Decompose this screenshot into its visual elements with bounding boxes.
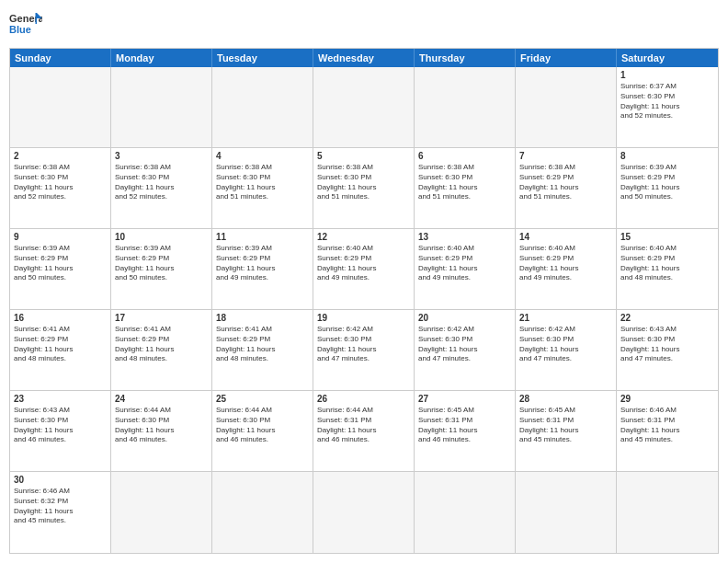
calendar-cell	[415, 472, 516, 553]
cell-info: Sunrise: 6:40 AM Sunset: 6:29 PM Dayligh…	[418, 244, 511, 283]
day-number: 21	[519, 313, 612, 323]
calendar-cell: 28Sunrise: 6:45 AM Sunset: 6:31 PM Dayli…	[516, 391, 617, 471]
calendar-cell: 29Sunrise: 6:46 AM Sunset: 6:31 PM Dayli…	[617, 391, 718, 471]
calendar-cell: 7Sunrise: 6:38 AM Sunset: 6:29 PM Daylig…	[516, 148, 617, 228]
calendar-cell: 1Sunrise: 6:37 AM Sunset: 6:30 PM Daylig…	[617, 67, 718, 147]
calendar-row: 2Sunrise: 6:38 AM Sunset: 6:30 PM Daylig…	[10, 148, 718, 229]
cell-info: Sunrise: 6:42 AM Sunset: 6:30 PM Dayligh…	[418, 325, 511, 364]
calendar-cell: 15Sunrise: 6:40 AM Sunset: 6:29 PM Dayli…	[617, 229, 718, 309]
cell-info: Sunrise: 6:46 AM Sunset: 6:32 PM Dayligh…	[14, 487, 107, 526]
calendar-cell: 23Sunrise: 6:43 AM Sunset: 6:30 PM Dayli…	[10, 391, 111, 471]
day-number: 18	[216, 313, 309, 323]
calendar-row: 30Sunrise: 6:46 AM Sunset: 6:32 PM Dayli…	[10, 472, 718, 553]
logo-svg: General Blue	[9, 9, 42, 42]
calendar-cell	[212, 67, 313, 147]
day-number: 10	[115, 232, 208, 242]
page-header: General Blue	[9, 9, 719, 42]
cell-info: Sunrise: 6:40 AM Sunset: 6:29 PM Dayligh…	[317, 244, 410, 283]
weekday-header: Monday	[111, 49, 212, 67]
day-number: 16	[14, 313, 107, 323]
calendar-cell	[111, 67, 212, 147]
calendar-cell: 8Sunrise: 6:39 AM Sunset: 6:29 PM Daylig…	[617, 148, 718, 228]
cell-info: Sunrise: 6:38 AM Sunset: 6:29 PM Dayligh…	[519, 163, 612, 202]
day-number: 20	[418, 313, 511, 323]
cell-info: Sunrise: 6:44 AM Sunset: 6:31 PM Dayligh…	[317, 406, 410, 445]
day-number: 8	[620, 151, 714, 161]
day-number: 2	[14, 151, 107, 161]
cell-info: Sunrise: 6:44 AM Sunset: 6:30 PM Dayligh…	[115, 406, 208, 445]
calendar-row: 23Sunrise: 6:43 AM Sunset: 6:30 PM Dayli…	[10, 391, 718, 472]
cell-info: Sunrise: 6:45 AM Sunset: 6:31 PM Dayligh…	[418, 406, 511, 445]
weekday-header: Sunday	[10, 49, 111, 67]
cell-info: Sunrise: 6:46 AM Sunset: 6:31 PM Dayligh…	[620, 406, 714, 445]
day-number: 17	[115, 313, 208, 323]
calendar-cell: 20Sunrise: 6:42 AM Sunset: 6:30 PM Dayli…	[415, 310, 516, 390]
cell-info: Sunrise: 6:38 AM Sunset: 6:30 PM Dayligh…	[115, 163, 208, 202]
calendar-cell: 22Sunrise: 6:43 AM Sunset: 6:30 PM Dayli…	[617, 310, 718, 390]
calendar-cell	[212, 472, 313, 553]
calendar-cell	[10, 67, 111, 147]
calendar: SundayMondayTuesdayWednesdayThursdayFrid…	[9, 48, 719, 554]
day-number: 3	[115, 151, 208, 161]
svg-rect-3	[36, 13, 38, 24]
day-number: 28	[519, 394, 612, 404]
calendar-cell: 19Sunrise: 6:42 AM Sunset: 6:30 PM Dayli…	[313, 310, 415, 390]
day-number: 15	[620, 232, 714, 242]
day-number: 24	[115, 394, 208, 404]
day-number: 13	[418, 232, 511, 242]
day-number: 14	[519, 232, 612, 242]
cell-info: Sunrise: 6:37 AM Sunset: 6:30 PM Dayligh…	[620, 82, 714, 121]
weekday-header: Wednesday	[313, 49, 415, 67]
calendar-cell	[415, 67, 516, 147]
cell-info: Sunrise: 6:41 AM Sunset: 6:29 PM Dayligh…	[216, 325, 309, 364]
calendar-cell: 16Sunrise: 6:41 AM Sunset: 6:29 PM Dayli…	[10, 310, 111, 390]
calendar-row: 9Sunrise: 6:39 AM Sunset: 6:29 PM Daylig…	[10, 229, 718, 310]
day-number: 30	[14, 475, 107, 485]
day-number: 22	[620, 313, 714, 323]
calendar-cell: 17Sunrise: 6:41 AM Sunset: 6:29 PM Dayli…	[111, 310, 212, 390]
calendar-cell: 30Sunrise: 6:46 AM Sunset: 6:32 PM Dayli…	[10, 472, 111, 553]
cell-info: Sunrise: 6:38 AM Sunset: 6:30 PM Dayligh…	[216, 163, 309, 202]
day-number: 9	[14, 232, 107, 242]
weekday-header: Friday	[516, 49, 617, 67]
cell-info: Sunrise: 6:39 AM Sunset: 6:29 PM Dayligh…	[14, 244, 107, 283]
day-number: 25	[216, 394, 309, 404]
calendar-cell: 12Sunrise: 6:40 AM Sunset: 6:29 PM Dayli…	[313, 229, 415, 309]
logo: General Blue	[9, 9, 42, 42]
cell-info: Sunrise: 6:41 AM Sunset: 6:29 PM Dayligh…	[115, 325, 208, 364]
calendar-cell: 24Sunrise: 6:44 AM Sunset: 6:30 PM Dayli…	[111, 391, 212, 471]
calendar-cell	[313, 67, 415, 147]
calendar-body: 1Sunrise: 6:37 AM Sunset: 6:30 PM Daylig…	[10, 67, 718, 553]
day-number: 12	[317, 232, 410, 242]
calendar-cell: 2Sunrise: 6:38 AM Sunset: 6:30 PM Daylig…	[10, 148, 111, 228]
calendar-cell: 14Sunrise: 6:40 AM Sunset: 6:29 PM Dayli…	[516, 229, 617, 309]
day-number: 26	[317, 394, 410, 404]
cell-info: Sunrise: 6:43 AM Sunset: 6:30 PM Dayligh…	[620, 325, 714, 364]
cell-info: Sunrise: 6:39 AM Sunset: 6:29 PM Dayligh…	[620, 163, 714, 202]
calendar-cell: 3Sunrise: 6:38 AM Sunset: 6:30 PM Daylig…	[111, 148, 212, 228]
calendar-cell: 13Sunrise: 6:40 AM Sunset: 6:29 PM Dayli…	[415, 229, 516, 309]
cell-info: Sunrise: 6:42 AM Sunset: 6:30 PM Dayligh…	[317, 325, 410, 364]
cell-info: Sunrise: 6:40 AM Sunset: 6:29 PM Dayligh…	[519, 244, 612, 283]
day-number: 27	[418, 394, 511, 404]
calendar-row: 1Sunrise: 6:37 AM Sunset: 6:30 PM Daylig…	[10, 67, 718, 148]
cell-info: Sunrise: 6:41 AM Sunset: 6:29 PM Dayligh…	[14, 325, 107, 364]
calendar-cell: 6Sunrise: 6:38 AM Sunset: 6:30 PM Daylig…	[415, 148, 516, 228]
day-number: 23	[14, 394, 107, 404]
cell-info: Sunrise: 6:38 AM Sunset: 6:30 PM Dayligh…	[418, 163, 511, 202]
day-number: 11	[216, 232, 309, 242]
calendar-cell: 5Sunrise: 6:38 AM Sunset: 6:30 PM Daylig…	[313, 148, 415, 228]
day-number: 1	[620, 70, 714, 80]
day-number: 19	[317, 313, 410, 323]
day-number: 5	[317, 151, 410, 161]
calendar-row: 16Sunrise: 6:41 AM Sunset: 6:29 PM Dayli…	[10, 310, 718, 391]
calendar-cell: 25Sunrise: 6:44 AM Sunset: 6:30 PM Dayli…	[212, 391, 313, 471]
calendar-cell	[313, 472, 415, 553]
calendar-cell	[111, 472, 212, 553]
calendar-cell: 9Sunrise: 6:39 AM Sunset: 6:29 PM Daylig…	[10, 229, 111, 309]
calendar-header: SundayMondayTuesdayWednesdayThursdayFrid…	[10, 49, 718, 67]
weekday-header: Tuesday	[212, 49, 313, 67]
day-number: 7	[519, 151, 612, 161]
calendar-cell	[617, 472, 718, 553]
weekday-header: Thursday	[415, 49, 516, 67]
